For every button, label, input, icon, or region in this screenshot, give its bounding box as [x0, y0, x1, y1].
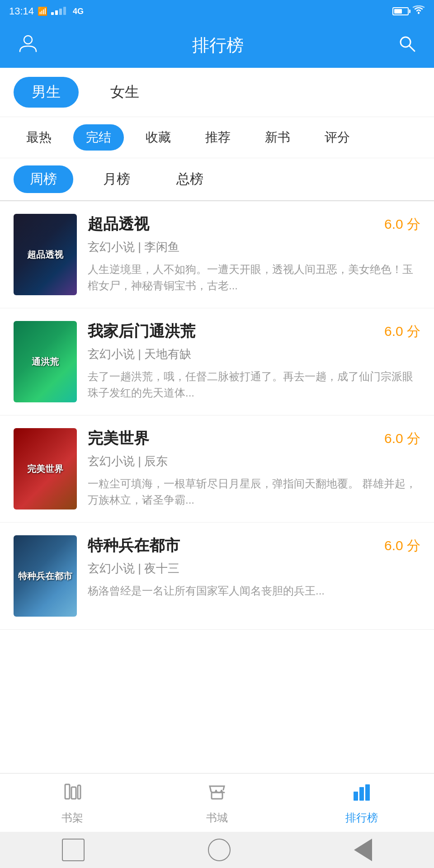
android-home-circle[interactable] [208, 839, 231, 861]
book-desc-1: 人生逆境里，人不如狗。一遭天开眼，透视人间丑恶，美女绝色！玉棺女尸，神秘青铜宝书… [88, 261, 420, 294]
app-header: 排行榜 [0, 23, 434, 68]
nav-item-ranking[interactable]: 排行榜 [289, 781, 434, 825]
book-meta-3: 玄幻小说 | 辰东 [88, 453, 420, 469]
book-info-4: 特种兵在都市 6.0 分 玄幻小说 | 夜十三 杨洛曾经是一名让所有国家军人闻名… [88, 535, 420, 599]
book-meta-4: 玄幻小说 | 夜十三 [88, 561, 420, 576]
svg-rect-9 [71, 787, 76, 799]
cat-tab-hot[interactable]: 最热 [14, 124, 64, 151]
4g-icon: 4G [73, 7, 84, 16]
wifi-icon [412, 5, 425, 17]
status-left: 13:14 📶 4G [9, 5, 84, 17]
gender-tab-male[interactable]: 男生 [14, 77, 79, 108]
svg-point-5 [24, 36, 32, 44]
search-icon[interactable] [398, 34, 416, 57]
svg-rect-2 [59, 9, 62, 15]
book-cover-4: 特种兵在都市 [14, 535, 77, 617]
gender-tabs: 男生 女生 [0, 68, 434, 117]
signal-icon [51, 6, 69, 17]
gender-tab-female[interactable]: 女生 [92, 77, 157, 108]
book-title-1: 超品透视 [88, 214, 149, 235]
period-tab-weekly[interactable]: 周榜 [14, 165, 73, 193]
nav-item-shelf[interactable]: 书架 [0, 781, 145, 825]
user-icon[interactable] [18, 33, 38, 57]
book-desc-2: 去了一趟洪荒，哦，任督二脉被打通了。再去一趟，成了仙门宗派眼珠子发红的先天道体.… [88, 368, 420, 401]
period-tab-total[interactable]: 总榜 [160, 165, 220, 193]
book-score-4: 6.0 分 [384, 537, 420, 555]
svg-rect-0 [51, 12, 54, 15]
svg-point-4 [418, 12, 420, 14]
category-tabs: 最热 完结 收藏 推荐 新书 评分 [0, 117, 434, 158]
android-recent-triangle[interactable] [354, 839, 372, 861]
book-score-1: 6.0 分 [384, 215, 420, 234]
cat-tab-collected[interactable]: 收藏 [133, 124, 184, 151]
book-list: 超品透视 超品透视 6.0 分 玄幻小说 | 李闲鱼 人生逆境里，人不如狗。一遭… [0, 201, 434, 773]
sim-icon: 📶 [38, 6, 47, 16]
svg-rect-14 [365, 784, 370, 801]
book-score-3: 6.0 分 [384, 429, 420, 448]
svg-rect-8 [65, 784, 70, 799]
svg-rect-12 [354, 792, 358, 801]
book-info-1: 超品透视 6.0 分 玄幻小说 | 李闲鱼 人生逆境里，人不如狗。一遭天开眼，透… [88, 214, 420, 294]
book-title-3: 完美世界 [88, 428, 149, 449]
store-icon [206, 781, 228, 807]
book-cover-1: 超品透视 [14, 214, 77, 295]
cat-tab-new[interactable]: 新书 [252, 124, 303, 151]
cat-tab-finished[interactable]: 完结 [73, 124, 124, 151]
book-title-row-3: 完美世界 6.0 分 [88, 428, 420, 449]
book-title-2: 我家后门通洪荒 [88, 321, 195, 342]
book-item-3[interactable]: 完美世界 完美世界 6.0 分 玄幻小说 | 辰东 一粒尘可填海，一根草斩尽日月… [0, 415, 434, 523]
battery-icon [392, 7, 409, 15]
book-item-4[interactable]: 特种兵在都市 特种兵在都市 6.0 分 玄幻小说 | 夜十三 杨洛曾经是一名让所… [0, 523, 434, 630]
shelf-icon [61, 781, 83, 807]
nav-label-shelf: 书架 [61, 811, 83, 825]
book-item-1[interactable]: 超品透视 超品透视 6.0 分 玄幻小说 | 李闲鱼 人生逆境里，人不如狗。一遭… [0, 201, 434, 308]
book-desc-4: 杨洛曾经是一名让所有国家军人闻名丧胆的兵王... [88, 583, 420, 599]
page-title: 排行榜 [192, 34, 244, 57]
period-tabs: 周榜 月榜 总榜 [0, 158, 434, 201]
book-title-4: 特种兵在都市 [88, 535, 180, 556]
book-meta-2: 玄幻小说 | 天地有缺 [88, 346, 420, 362]
svg-rect-3 [63, 7, 66, 15]
book-score-2: 6.0 分 [384, 322, 420, 341]
book-info-2: 我家后门通洪荒 6.0 分 玄幻小说 | 天地有缺 去了一趟洪荒，哦，任督二脉被… [88, 321, 420, 401]
svg-rect-11 [212, 793, 222, 799]
book-desc-3: 一粒尘可填海，一根草斩尽日月星辰，弹指间天翻地覆。 群雄并起，万族林立，诸圣争霸… [88, 476, 420, 508]
nav-label-store: 书城 [206, 811, 228, 825]
nav-item-store[interactable]: 书城 [145, 781, 289, 825]
status-time: 13:14 [9, 5, 34, 17]
status-bar: 13:14 📶 4G [0, 0, 434, 23]
book-info-3: 完美世界 6.0 分 玄幻小说 | 辰东 一粒尘可填海，一根草斩尽日月星辰，弹指… [88, 428, 420, 508]
svg-line-7 [410, 46, 415, 51]
cat-tab-score[interactable]: 评分 [312, 124, 363, 151]
period-tab-monthly[interactable]: 月榜 [87, 165, 146, 193]
book-cover-3: 完美世界 [14, 428, 77, 509]
ranking-icon [351, 781, 373, 807]
android-system-bar [0, 832, 434, 868]
book-title-row-4: 特种兵在都市 6.0 分 [88, 535, 420, 556]
svg-rect-13 [359, 787, 364, 801]
bottom-nav: 书架 书城 排行榜 [0, 773, 434, 832]
svg-point-6 [401, 37, 410, 47]
book-meta-1: 玄幻小说 | 李闲鱼 [88, 239, 420, 255]
svg-rect-10 [78, 785, 80, 799]
book-title-row-2: 我家后门通洪荒 6.0 分 [88, 321, 420, 342]
svg-rect-1 [55, 10, 58, 15]
android-back-square[interactable] [62, 839, 85, 861]
status-right [392, 5, 425, 17]
cat-tab-recommended[interactable]: 推荐 [193, 124, 243, 151]
book-item-2[interactable]: 通洪荒 我家后门通洪荒 6.0 分 玄幻小说 | 天地有缺 去了一趟洪荒，哦，任… [0, 308, 434, 415]
nav-label-ranking: 排行榜 [345, 811, 378, 825]
book-cover-2: 通洪荒 [14, 321, 77, 402]
book-title-row-1: 超品透视 6.0 分 [88, 214, 420, 235]
